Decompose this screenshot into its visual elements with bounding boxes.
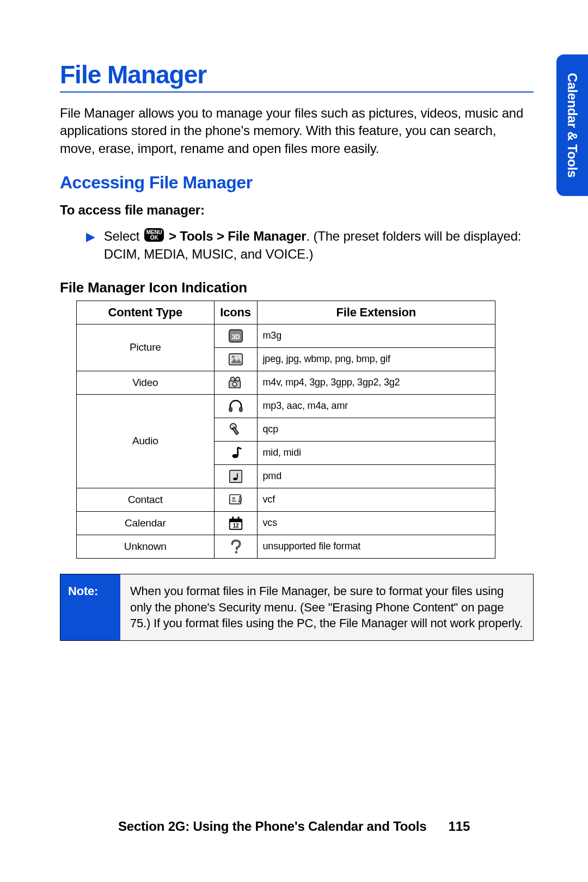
table-row: Videom4v, mp4, 3gp, 3gpp, 3gp2, 3g2 [77,371,495,394]
intro-paragraph: File Manager allows you to manage your f… [60,105,534,157]
cell-content-type: Audio [77,394,215,488]
table-row: Audiomp3, aac, m4a, amr [77,394,495,418]
table-row: Unknownunsupported file format [77,535,495,558]
side-tab-label: Calendar & Tools [565,73,580,177]
question-icon [214,535,257,558]
headphones-icon [214,394,257,418]
chapter-title: File Manager [60,60,534,89]
icon-table: Content Type Icons File Extension Pictur… [76,301,495,559]
camera-icon [214,371,257,394]
note-box: Note: When you format files in File Mana… [60,574,534,641]
cell-file-extension: jpeg, jpg, wbmp, png, bmp, gif [257,347,495,371]
th-file-extension: File Extension [257,301,495,324]
card-icon [214,488,257,511]
table-header-row: Content Type Icons File Extension [77,301,495,324]
cell-content-type: Calendar [77,511,215,535]
th-content-type: Content Type [77,301,215,324]
triangle-bullet-icon: ▶ [86,228,95,263]
cell-file-extension: m3g [257,324,495,347]
step-text: Select MENUOK > Tools > File Manager. (T… [104,228,534,263]
cell-file-extension: vcf [257,488,495,511]
page-footer: Section 2G: Using the Phone's Calendar a… [0,819,588,834]
step-item: ▶ Select MENUOK > Tools > File Manager. … [86,228,534,263]
cell-content-type: Video [77,371,215,394]
image-icon [214,347,257,371]
page-content: File Manager File Manager allows you to … [60,60,534,838]
note-text: When you format files in File Manager, b… [120,574,533,640]
page-number: 115 [449,819,470,834]
3d-icon [214,324,257,347]
step-bold: > Tools > File Manager [165,229,306,243]
cell-file-extension: qcp [257,418,495,441]
cell-file-extension: m4v, mp4, 3gp, 3gpp, 3gp2, 3g2 [257,371,495,394]
cell-content-type: Unknown [77,535,215,558]
mic-icon [214,418,257,441]
subheading: To access file manager: [60,203,534,218]
side-tab: Calendar & Tools [556,54,588,196]
cal-icon [214,511,257,535]
menu-ok-key-icon: MENUOK [144,228,164,242]
cell-file-extension: unsupported file format [257,535,495,558]
title-rule [60,91,534,93]
cell-file-extension: vcs [257,511,495,535]
cell-file-extension: mp3, aac, m4a, amr [257,394,495,418]
notebox-icon [214,464,257,488]
cell-file-extension: pmd [257,464,495,488]
th-icons: Icons [214,301,257,324]
table-row: Picturem3g [77,324,495,347]
step-prefix: Select [104,229,143,243]
cell-file-extension: mid, midi [257,441,495,464]
cell-content-type: Contact [77,488,215,511]
cell-content-type: Picture [77,324,215,371]
note-icon [214,441,257,464]
table-row: Contactvcf [77,488,495,511]
footer-section: Section 2G: Using the Phone's Calendar a… [118,819,426,834]
minor-heading: File Manager Icon Indication [60,279,534,296]
table-row: Calendarvcs [77,511,495,535]
note-label: Note: [60,574,120,640]
section-title: Accessing File Manager [60,173,534,193]
